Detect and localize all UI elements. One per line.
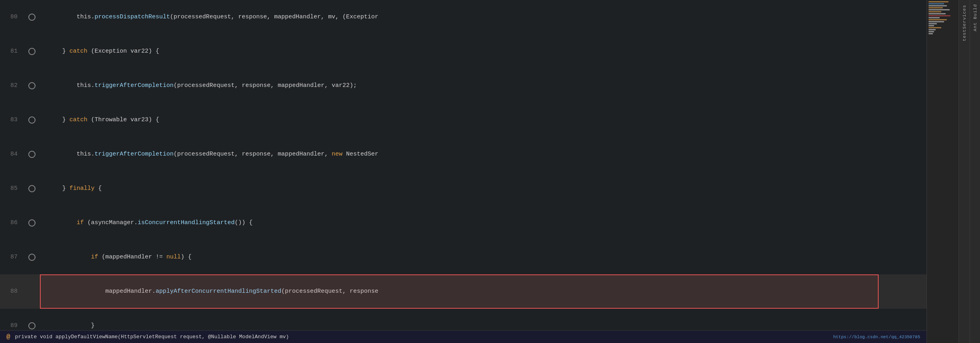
line-number: 85 (0, 172, 24, 206)
code-token (48, 219, 77, 226)
code-token: finally (69, 185, 95, 192)
code-token: } (48, 116, 69, 123)
mini-map-line (929, 7, 943, 8)
code-token: mappedHandler. (48, 288, 156, 295)
bottom-bar: @ private void applyDefaultViewName(Http… (0, 330, 927, 343)
code-line[interactable]: 84 this.triggerAfterCompletion(processed… (0, 137, 927, 172)
code-token: (Exception var22) { (87, 48, 159, 55)
bottom-url[interactable]: https://blog.csdn.net/qq_42350785 (833, 335, 920, 339)
code-token: new (332, 151, 342, 158)
mini-map-line (929, 21, 944, 22)
mini-map-line (929, 17, 940, 18)
code-content: this.triggerAfterCompletion(processedReq… (40, 69, 927, 103)
code-token: ) { (181, 254, 192, 260)
code-token: if (91, 254, 98, 260)
breakpoint-area[interactable] (24, 206, 40, 240)
breakpoint-area[interactable] (24, 172, 40, 206)
mini-map-line (929, 29, 936, 30)
code-token: isConcurrentHandlingStarted (138, 219, 235, 226)
code-line[interactable]: 86 if (asyncManager.isConcurrentHandling… (0, 206, 927, 240)
line-number: 87 (0, 240, 24, 274)
editor-container: 80 this.processDispatchResult(processedR… (0, 0, 980, 343)
code-token: triggerAfterCompletion (95, 82, 174, 89)
code-token: triggerAfterCompletion (95, 151, 174, 158)
code-line[interactable]: 83 } catch (Throwable var23) { (0, 103, 927, 137)
mini-map-content (927, 0, 958, 35)
right-sidebar-testservices[interactable]: testServices (958, 0, 970, 343)
mini-map (927, 0, 958, 343)
code-token: (processedRequest, response, mappedHandl… (170, 14, 378, 20)
mini-map-line (929, 23, 937, 24)
code-content: mappedHandler.applyAfterConcurrentHandli… (40, 274, 927, 309)
mini-map-line (929, 25, 934, 26)
breakpoint-area[interactable] (24, 69, 40, 103)
testservices-label: testServices (962, 5, 967, 41)
code-token: (mappedHandler != (98, 254, 166, 260)
mini-map-line (929, 3, 944, 4)
breakpoint-outline (28, 116, 36, 124)
code-token: applyAfterConcurrentHandlingStarted (156, 288, 281, 295)
code-content: } finally { (40, 172, 927, 206)
code-line[interactable]: 81 } catch (Exception var22) { (0, 34, 927, 69)
code-token: this. (48, 151, 95, 158)
code-line[interactable]: 88 mappedHandler.applyAfterConcurrentHan… (0, 274, 927, 309)
breakpoint-outline (28, 185, 36, 192)
mini-map-line (929, 11, 941, 12)
breakpoint-area[interactable] (24, 103, 40, 137)
code-content: if (mappedHandler != null) { (40, 240, 927, 274)
code-line[interactable]: 82 this.triggerAfterCompletion(processed… (0, 69, 927, 103)
code-content: } catch (Exception var22) { (40, 34, 927, 69)
code-token: null (166, 254, 181, 260)
breakpoint-outline (28, 219, 36, 227)
code-token: } (48, 322, 95, 329)
code-token: this. (48, 14, 95, 20)
code-token: if (77, 219, 84, 226)
mini-map-line (929, 5, 947, 6)
breakpoint-outline (28, 322, 36, 329)
code-content: this.triggerAfterCompletion(processedReq… (40, 137, 927, 172)
breakpoint-outline (28, 48, 36, 55)
line-number: 82 (0, 69, 24, 103)
breakpoint-area[interactable] (24, 137, 40, 172)
mini-map-line (929, 1, 948, 2)
line-number: 80 (0, 0, 24, 34)
breakpoint-outline (28, 151, 36, 158)
code-line[interactable]: 80 this.processDispatchResult(processedR… (0, 0, 927, 34)
code-token: (Throwable var23) { (87, 116, 159, 123)
mini-map-line (929, 15, 950, 16)
code-line[interactable]: 85 } finally { (0, 172, 927, 206)
breakpoint-area[interactable] (24, 274, 40, 309)
code-content: } catch (Throwable var23) { (40, 103, 927, 137)
breakpoint-outline (28, 82, 36, 89)
ant-build-sidebar[interactable]: Ant Build (970, 0, 980, 343)
code-token: (processedRequest, response, mappedHandl… (174, 151, 332, 158)
ant-build-label: Ant Build (973, 4, 978, 31)
breakpoint-area[interactable] (24, 0, 40, 34)
code-token: (asyncManager. (84, 219, 138, 226)
breakpoint-area[interactable] (24, 240, 40, 274)
code-token: (processedRequest, response, mappedHandl… (174, 82, 357, 89)
code-token: catch (69, 48, 87, 55)
line-number: 84 (0, 137, 24, 172)
code-lines: 80 this.processDispatchResult(processedR… (0, 0, 927, 343)
code-token: this. (48, 82, 95, 89)
code-area[interactable]: 80 this.processDispatchResult(processedR… (0, 0, 927, 343)
mini-map-line (929, 33, 933, 34)
bottom-method-text: private void applyDefaultViewName(HttpSe… (15, 334, 289, 340)
line-number: 81 (0, 34, 24, 69)
at-symbol: @ (6, 333, 10, 341)
code-line[interactable]: 87 if (mappedHandler != null) { (0, 240, 927, 274)
mini-map-line (929, 31, 934, 32)
code-token: (processedRequest, response (281, 288, 378, 295)
breakpoint-area[interactable] (24, 34, 40, 69)
code-token: } (48, 185, 69, 192)
code-token: processDispatchResult (95, 14, 170, 20)
code-token: } (48, 48, 69, 55)
mini-map-line (929, 9, 950, 10)
line-number: 86 (0, 206, 24, 240)
bottom-left: @ private void applyDefaultViewName(Http… (6, 333, 289, 341)
line-number: 83 (0, 103, 24, 137)
code-content: if (asyncManager.isConcurrentHandlingSta… (40, 206, 927, 240)
code-token: NestedSer (342, 151, 378, 158)
line-number: 88 (0, 274, 24, 309)
